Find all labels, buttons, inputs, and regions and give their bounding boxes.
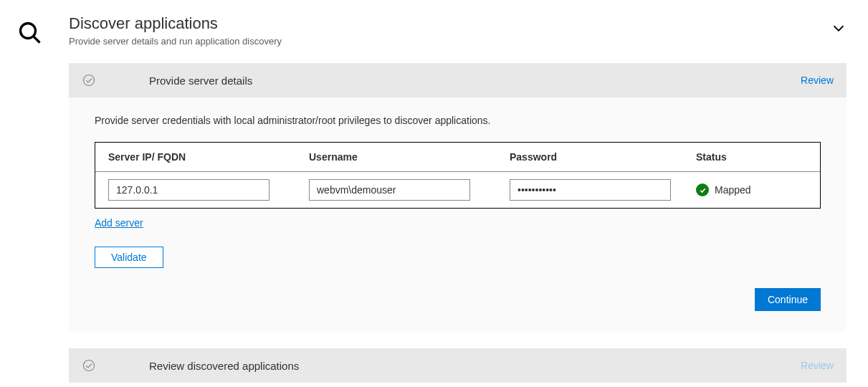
review-link[interactable]: Review bbox=[801, 75, 834, 86]
section-description: Provide server credentials with local ad… bbox=[95, 115, 821, 126]
review-link-disabled[interactable]: Review bbox=[801, 360, 834, 371]
page-header: Discover applications Provide server det… bbox=[0, 0, 868, 57]
table-row: Mapped bbox=[95, 172, 820, 208]
status-text: Mapped bbox=[715, 184, 751, 196]
section-provide-server-body: Provide server credentials with local ad… bbox=[69, 97, 846, 331]
page-title: Discover applications bbox=[69, 14, 831, 33]
section-review-apps-header: Review discovered applications Review bbox=[69, 348, 846, 383]
svg-point-0 bbox=[21, 24, 36, 39]
chevron-down-icon[interactable] bbox=[831, 20, 846, 39]
col-header-password: Password bbox=[510, 151, 696, 163]
section-title: Review discovered applications bbox=[149, 360, 801, 372]
username-input[interactable] bbox=[309, 179, 470, 201]
status-cell: Mapped bbox=[696, 183, 807, 196]
section-provide-server-header: Provide server details Review bbox=[69, 63, 846, 97]
search-icon bbox=[14, 17, 46, 49]
check-circle-icon bbox=[82, 358, 96, 373]
section-title: Provide server details bbox=[149, 75, 801, 87]
svg-line-1 bbox=[34, 37, 40, 43]
continue-row: Continue bbox=[95, 288, 821, 311]
table-header-row: Server IP/ FQDN Username Password Status bbox=[95, 143, 820, 172]
page-subtitle: Provide server details and run applicati… bbox=[69, 36, 831, 47]
server-ip-input[interactable] bbox=[108, 179, 270, 201]
add-server-link[interactable]: Add server bbox=[95, 217, 143, 229]
col-header-status: Status bbox=[696, 151, 807, 163]
col-header-ip: Server IP/ FQDN bbox=[108, 151, 309, 163]
svg-point-3 bbox=[84, 360, 95, 371]
main-content: Provide server details Review Provide se… bbox=[69, 63, 846, 383]
title-block: Discover applications Provide server det… bbox=[69, 14, 831, 47]
validate-button[interactable]: Validate bbox=[95, 247, 163, 268]
check-circle-filled-icon bbox=[696, 183, 709, 196]
svg-point-2 bbox=[84, 75, 95, 86]
continue-button[interactable]: Continue bbox=[755, 288, 821, 311]
col-header-username: Username bbox=[309, 151, 510, 163]
check-circle-icon bbox=[82, 73, 96, 87]
password-input[interactable] bbox=[510, 179, 671, 201]
server-table: Server IP/ FQDN Username Password Status bbox=[95, 142, 821, 209]
